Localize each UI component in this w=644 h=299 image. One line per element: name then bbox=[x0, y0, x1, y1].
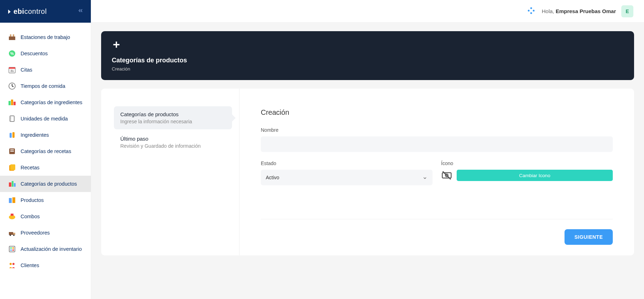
ingredient-categories-icon bbox=[8, 98, 16, 107]
svg-point-34 bbox=[10, 235, 11, 236]
avatar[interactable]: E bbox=[621, 5, 633, 17]
svg-point-46 bbox=[530, 12, 532, 14]
svg-point-42 bbox=[12, 263, 15, 265]
svg-rect-12 bbox=[11, 100, 13, 105]
svg-rect-21 bbox=[10, 150, 14, 150]
sidebar-item-label: Ingredientes bbox=[21, 132, 49, 138]
svg-rect-25 bbox=[9, 182, 11, 187]
main: Hola, Empresa Pruebas Omar E Categorías … bbox=[91, 0, 644, 299]
sidebar-item-label: Categorías de recetas bbox=[21, 148, 71, 154]
sidebar-item-recipes[interactable]: Recetas bbox=[0, 159, 91, 176]
sidebar-item-appointments[interactable]: 31Citas bbox=[0, 62, 91, 78]
steps-column: Categorías de productosIngrese la inform… bbox=[101, 89, 240, 255]
svg-text:31: 31 bbox=[10, 69, 14, 73]
page-subtitle: Creación bbox=[112, 66, 623, 72]
svg-rect-18 bbox=[10, 133, 12, 138]
suppliers-icon bbox=[8, 229, 16, 237]
body-card: Categorías de productosIngrese la inform… bbox=[101, 89, 634, 255]
svg-point-43 bbox=[530, 7, 532, 9]
svg-rect-24 bbox=[10, 164, 15, 170]
svg-point-35 bbox=[13, 235, 15, 236]
change-icon-button[interactable]: Cambiar Icono bbox=[457, 170, 613, 181]
svg-rect-26 bbox=[12, 181, 13, 187]
appointments-icon: 31 bbox=[8, 66, 16, 74]
svg-rect-11 bbox=[9, 101, 11, 105]
ingredients-icon bbox=[8, 131, 16, 139]
sidebar-collapse-icon[interactable] bbox=[77, 7, 84, 15]
sidebar-item-ingredients[interactable]: Ingredientes bbox=[0, 127, 91, 143]
svg-rect-37 bbox=[10, 247, 12, 249]
form-group-icon: Ícono Cambiar Icono bbox=[441, 160, 613, 185]
status-select[interactable]: Activo bbox=[261, 170, 433, 185]
svg-rect-32 bbox=[9, 232, 13, 235]
sidebar-item-label: Tiempos de comida bbox=[21, 83, 65, 89]
recipe-categories-icon bbox=[8, 147, 16, 156]
sidebar-item-label: Categorías de productos bbox=[21, 181, 77, 187]
form-column: Creación Nombre Estado Activo bbox=[240, 89, 634, 255]
sidebar-item-label: Clientes bbox=[21, 263, 39, 268]
plus-icon bbox=[112, 40, 623, 51]
svg-point-45 bbox=[533, 10, 534, 11]
sidebar-item-label: Descuentos bbox=[21, 51, 48, 56]
recipes-icon bbox=[8, 163, 16, 172]
svg-rect-36 bbox=[9, 246, 15, 252]
sidebar-item-label: Recetas bbox=[21, 165, 39, 170]
sidebar-item-products[interactable]: Productos bbox=[0, 192, 91, 208]
sidebar-item-workstations[interactable]: Estaciones de trabajo bbox=[0, 29, 91, 45]
products-icon bbox=[8, 196, 16, 204]
form-group-name: Nombre bbox=[261, 127, 613, 152]
sidebar-item-mealtimes[interactable]: Tiempos de comida bbox=[0, 78, 91, 94]
sidebar-item-discounts[interactable]: %Descuentos bbox=[0, 45, 91, 62]
sidebar-item-label: Citas bbox=[21, 67, 32, 73]
next-button[interactable]: SIGUIENTE bbox=[565, 229, 613, 245]
svg-rect-33 bbox=[13, 233, 15, 235]
units-icon bbox=[8, 114, 16, 123]
svg-rect-22 bbox=[10, 151, 14, 152]
icon-label: Ícono bbox=[441, 160, 613, 166]
form-heading: Creación bbox=[261, 108, 613, 117]
logo: ebicontrol bbox=[7, 7, 47, 16]
sidebar-item-units[interactable]: Unidades de medida bbox=[0, 111, 91, 127]
sidebar-item-ingredient-categories[interactable]: Categorías de ingredientes bbox=[0, 94, 91, 111]
sidebar-item-label: Unidades de medida bbox=[21, 116, 68, 122]
sidebar-item-suppliers[interactable]: Proveedores bbox=[0, 225, 91, 241]
sidebar-item-recipe-categories[interactable]: Categorías de recetas bbox=[0, 143, 91, 159]
product-categories-icon bbox=[8, 180, 16, 188]
mealtimes-icon bbox=[8, 82, 16, 90]
sidebar-header: ebicontrol bbox=[0, 0, 91, 23]
step-subtitle: Ingrese la información necesaria bbox=[120, 119, 226, 124]
divider bbox=[261, 219, 613, 219]
status-label: Estado bbox=[261, 160, 433, 166]
svg-rect-27 bbox=[14, 183, 16, 187]
sidebar-item-label: Categorías de ingredientes bbox=[21, 100, 82, 105]
step-title: Categorías de productos bbox=[120, 111, 226, 117]
no-image-icon bbox=[441, 170, 452, 181]
step-subtitle: Revisión y Guardado de información bbox=[120, 143, 226, 149]
greeting: Hola, Empresa Pruebas Omar bbox=[542, 8, 616, 14]
svg-point-44 bbox=[528, 10, 529, 11]
header-card: Categorías de productos Creación bbox=[101, 31, 634, 80]
wizard-step-1[interactable]: Último pasoRevisión y Guardado de inform… bbox=[114, 131, 232, 154]
sidebar-item-product-categories[interactable]: Categorías de productos bbox=[0, 176, 91, 192]
svg-rect-19 bbox=[12, 132, 15, 138]
sidebar-item-clients[interactable]: Clientes bbox=[0, 257, 91, 273]
page-title: Categorías de productos bbox=[112, 57, 623, 64]
svg-point-41 bbox=[10, 263, 12, 265]
name-input[interactable] bbox=[261, 136, 613, 152]
svg-rect-1 bbox=[10, 34, 11, 36]
wizard-step-0[interactable]: Categorías de productosIngrese la inform… bbox=[114, 106, 232, 129]
sidebar-item-inventory-update[interactable]: Actualización de inventario bbox=[0, 241, 91, 257]
sidebar-item-combos[interactable]: Combos bbox=[0, 208, 91, 225]
sidebar-item-label: Productos bbox=[21, 197, 44, 203]
sidebar-nav: Estaciones de trabajo%Descuentos31CitasT… bbox=[0, 23, 91, 299]
sidebar-item-label: Estaciones de trabajo bbox=[21, 34, 70, 40]
sidebar-item-label: Actualización de inventario bbox=[21, 246, 82, 252]
svg-rect-6 bbox=[9, 67, 15, 69]
sidebar-item-label: Proveedores bbox=[21, 230, 50, 236]
step-title: Último paso bbox=[120, 136, 226, 142]
svg-rect-13 bbox=[13, 102, 16, 105]
apps-icon[interactable] bbox=[528, 7, 535, 16]
svg-line-10 bbox=[12, 86, 13, 87]
svg-rect-28 bbox=[9, 198, 12, 203]
svg-rect-31 bbox=[11, 214, 13, 216]
